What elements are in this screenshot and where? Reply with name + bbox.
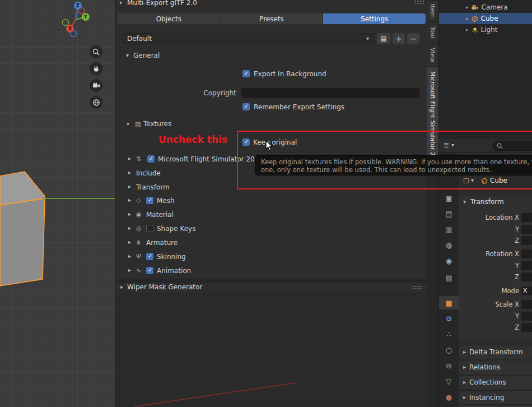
gizmo-neg-y-icon[interactable] <box>63 20 69 26</box>
panel-grip-icon[interactable] <box>414 0 424 4</box>
outliner-row-cube[interactable]: ▸ Cube <box>439 13 532 24</box>
outliner-row-light[interactable]: ▸ Light <box>439 24 532 35</box>
sidebar-tab-item[interactable]: Item <box>427 1 438 21</box>
preset-add-button[interactable]: + <box>393 33 405 44</box>
object-icon: ■ <box>445 299 452 307</box>
copyright-input[interactable] <box>241 88 419 98</box>
outliner-row-camera[interactable]: ▸ Camera <box>439 2 532 13</box>
tab-presets[interactable]: Presets <box>221 13 324 24</box>
skinning-checkbox[interactable] <box>146 253 153 260</box>
msfs-2024-checkbox[interactable] <box>147 155 155 163</box>
animation-checkbox[interactable] <box>146 267 153 274</box>
3d-viewport[interactable]: X Y Z <box>0 0 115 407</box>
tooltip-line: one, only one texture will be used. This… <box>261 166 529 174</box>
orthographic-toggle-button[interactable] <box>90 96 102 109</box>
export-tab-bar: Objects Presets Settings <box>118 13 426 24</box>
tab-world-properties[interactable]: ◉ <box>439 254 459 267</box>
scale-z-field[interactable] <box>521 323 532 332</box>
location-z-field[interactable] <box>521 236 532 245</box>
panel-title: Multi-Export glTF 2.0 <box>127 0 197 7</box>
expand-icon: ▸ <box>463 364 466 370</box>
tab-output-properties[interactable]: ▤ <box>439 207 459 220</box>
export-in-background-checkbox[interactable] <box>242 70 250 77</box>
scale-x-field[interactable] <box>521 300 532 309</box>
field-label: Z <box>459 323 519 331</box>
mesh-checkbox[interactable] <box>146 197 153 204</box>
motion-paths-panel-header[interactable]: ▸ Motion Paths <box>459 404 532 407</box>
breadcrumb-object-button[interactable]: ▢ ▾ <box>463 177 474 184</box>
zoom-button[interactable] <box>90 45 102 58</box>
preset-browse-button[interactable]: ▤ <box>377 33 390 44</box>
shape-keys-checkbox[interactable] <box>146 225 153 232</box>
rotation-y-field[interactable] <box>521 261 532 270</box>
mesh-data-icon: ▽ <box>446 377 452 386</box>
row-material[interactable]: ▸ ◉ Material <box>116 210 427 219</box>
pan-button[interactable] <box>90 62 102 75</box>
tab-constraint-properties[interactable]: ⊘ <box>439 359 459 372</box>
transform-panel-header[interactable]: ▾ Transform <box>459 198 532 207</box>
copyright-label: Copyright <box>116 89 236 97</box>
wrench-icon: ⚙ <box>446 314 452 323</box>
remember-export-settings-checkbox[interactable] <box>242 103 250 110</box>
row-skinning[interactable]: ▸ Ψ Skinning <box>116 252 427 261</box>
tab-collection-properties[interactable]: ▧ <box>439 271 459 284</box>
row-armature[interactable]: ▸ ⋔ Armature <box>116 238 427 247</box>
image-icon: ▨ <box>135 121 141 128</box>
tab-scene-properties[interactable]: ◍ <box>439 238 459 252</box>
row-mesh[interactable]: ▸ ◇ Mesh <box>116 196 427 205</box>
sidebar-tab-label: Microsoft Flight Simulator 20 <box>429 71 436 160</box>
mesh-cube-icon <box>472 15 478 22</box>
sidebar-tab-view[interactable]: View <box>427 44 438 66</box>
navigation-gizmo[interactable]: X Y Z <box>59 1 93 37</box>
camera-view-button[interactable] <box>90 79 102 92</box>
instancing-panel-header[interactable]: ▸ Instancing <box>459 390 532 404</box>
printer-icon: ▤ <box>445 210 452 218</box>
particles-icon: ∴ <box>446 330 451 339</box>
tab-settings[interactable]: Settings <box>323 13 426 24</box>
tab-view-layer-properties[interactable]: ▥ <box>439 223 459 236</box>
collections-panel-header[interactable]: ▸ Collections <box>459 375 532 389</box>
panel-grip-icon[interactable] <box>412 285 422 289</box>
delta-transform-panel-header[interactable]: ▸ Delta Transform <box>459 345 532 359</box>
relations-panel-header[interactable]: ▸ Relations <box>459 360 532 374</box>
sidebar-tab-msfs[interactable]: Microsoft Flight Simulator 20 <box>427 67 438 164</box>
export-panel-header[interactable]: ▾ Multi-Export glTF 2.0 <box>116 0 427 7</box>
preset-select[interactable]: Default ▾ <box>123 33 374 44</box>
rotation-x-field[interactable] <box>521 249 532 258</box>
tab-render-properties[interactable]: ▣ <box>439 191 459 205</box>
wiper-mask-generator-header[interactable]: ▸ Wiper Mask Generator <box>116 283 427 292</box>
editor-type-button[interactable]: ≣ ▾ <box>444 141 454 149</box>
keep-original-checkbox[interactable] <box>242 138 250 146</box>
tab-object-data-properties[interactable]: ▽ <box>439 374 459 388</box>
tab-object-properties[interactable]: ■ <box>439 296 459 309</box>
animation-icon: ∿ <box>136 267 141 274</box>
row-animation[interactable]: ▸ ∿ Animation <box>116 266 427 275</box>
preset-remove-button[interactable]: − <box>407 33 419 44</box>
minus-icon: − <box>410 34 417 43</box>
cube-object[interactable] <box>0 164 47 288</box>
rotation-mode-select[interactable]: X <box>521 286 532 295</box>
row-shape-keys[interactable]: ▸ ◎ Shape Keys <box>116 224 427 233</box>
location-x-field[interactable] <box>521 213 532 222</box>
properties-tab-column: ▣ ▤ ▥ ◍ ◉ ▧ ■ ⚙ ∴ ○ ⊘ ▽ ● ▦ <box>439 153 459 407</box>
row-transform[interactable]: ▸ Transform <box>116 183 427 192</box>
textures-section-header[interactable]: ▾ ▨ Textures <box>116 120 427 129</box>
general-section-title: General <box>133 52 160 59</box>
tab-particle-properties[interactable]: ∴ <box>439 327 459 341</box>
tab-physics-properties[interactable]: ○ <box>439 343 459 357</box>
magnifier-icon <box>92 48 100 55</box>
rotation-z-field[interactable] <box>521 272 532 281</box>
field-label: Y <box>459 225 519 233</box>
scale-y-field[interactable] <box>521 312 532 321</box>
general-section-header[interactable]: ▾ General <box>116 52 427 60</box>
sidebar-tab-tool[interactable]: Tool <box>427 22 438 43</box>
mesh-icon: ◇ <box>136 197 141 204</box>
camera-icon <box>92 82 100 89</box>
tab-modifier-properties[interactable]: ⚙ <box>439 312 459 325</box>
search-input[interactable] <box>492 141 532 151</box>
tab-objects[interactable]: Objects <box>118 13 221 24</box>
row-label: Transform <box>136 183 170 191</box>
tab-material-properties[interactable]: ● <box>439 390 459 404</box>
location-y-field[interactable] <box>521 225 532 234</box>
field-label: Location X <box>459 214 519 221</box>
